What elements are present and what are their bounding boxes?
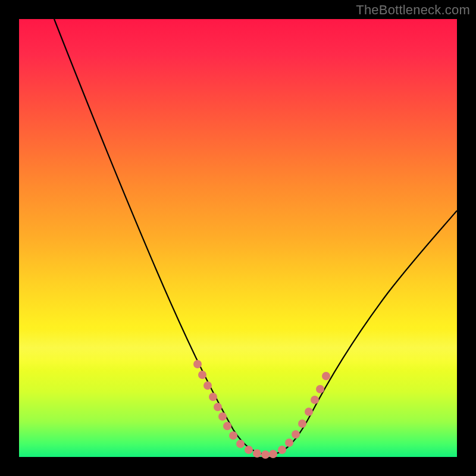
svg-point-11 [261, 450, 270, 459]
svg-point-1 [198, 371, 206, 379]
attribution-text: TheBottleneck.com [356, 2, 470, 18]
marker-cluster-left [193, 360, 277, 459]
svg-point-0 [193, 360, 202, 368]
svg-point-9 [245, 446, 253, 454]
svg-point-4 [214, 403, 222, 411]
svg-point-8 [236, 440, 245, 448]
chart-frame: TheBottleneck.com [0, 0, 476, 476]
svg-point-7 [229, 431, 237, 440]
marker-cluster-right [278, 372, 330, 454]
left-curve [54, 19, 269, 455]
svg-point-2 [203, 381, 212, 390]
svg-point-18 [311, 396, 319, 404]
svg-point-6 [223, 422, 231, 430]
svg-point-16 [298, 419, 306, 428]
svg-point-5 [218, 412, 227, 421]
svg-point-10 [253, 449, 261, 458]
svg-point-20 [322, 372, 330, 380]
svg-point-3 [209, 393, 217, 401]
svg-point-17 [305, 408, 313, 416]
curve-layer [19, 19, 457, 457]
svg-point-12 [269, 450, 277, 458]
svg-point-19 [316, 385, 324, 393]
svg-point-15 [292, 430, 300, 439]
svg-point-13 [278, 446, 286, 454]
svg-point-14 [285, 439, 293, 447]
plot-area [19, 19, 457, 457]
right-curve [269, 211, 457, 455]
